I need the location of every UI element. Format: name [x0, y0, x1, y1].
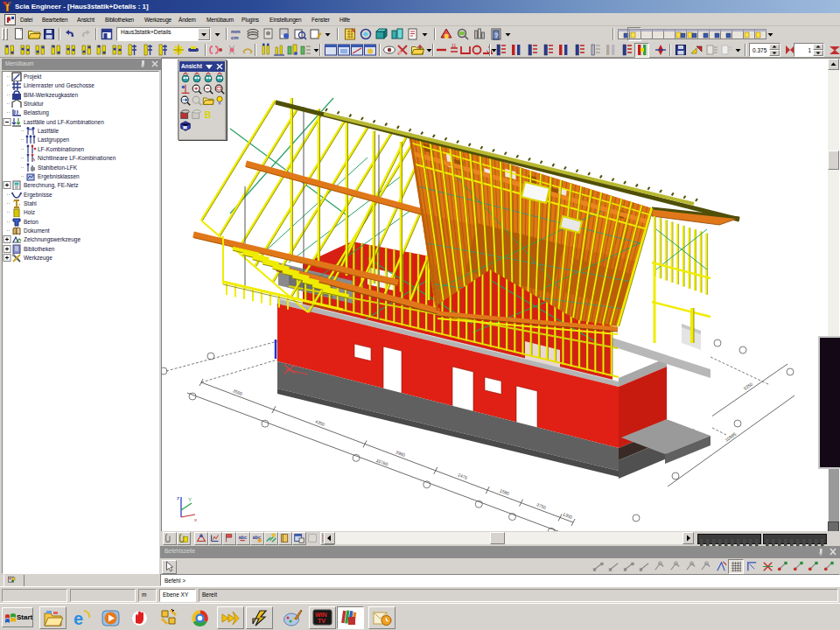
svg-text:Y: Y: [188, 497, 192, 502]
svg-text:e: e: [74, 609, 83, 628]
svg-text:WIN: WIN: [315, 612, 327, 618]
svg-text:abc: abc: [239, 535, 247, 540]
svg-text:mm: mm: [231, 29, 241, 34]
svg-text:11: 11: [452, 43, 456, 48]
svg-text:TV: TV: [318, 618, 326, 624]
svg-text:cm: cm: [231, 35, 239, 40]
svg-text:z: z: [177, 495, 179, 500]
svg-text:?: ?: [494, 32, 499, 39]
svg-text:B: B: [205, 109, 212, 120]
svg-text:x: x: [194, 517, 197, 522]
